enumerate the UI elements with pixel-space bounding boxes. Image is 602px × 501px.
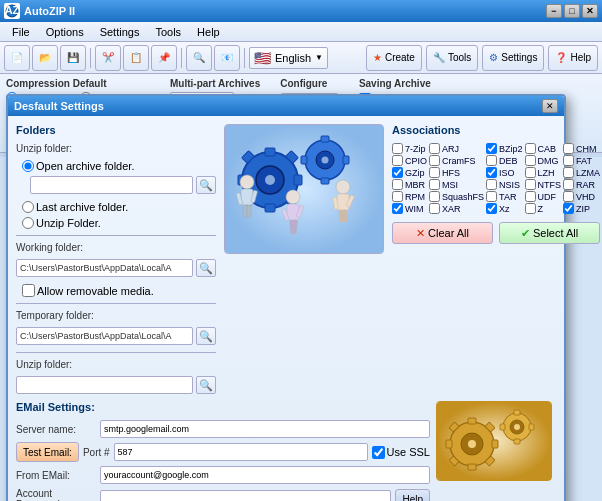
assoc-check-7-zip[interactable] xyxy=(392,143,403,154)
menu-settings[interactable]: Settings xyxy=(92,24,148,40)
assoc-check-udf[interactable] xyxy=(525,191,536,202)
unzip-bottom-input[interactable] xyxy=(16,376,193,394)
assoc-check-cramfs[interactable] xyxy=(429,155,440,166)
assoc-check-iso[interactable] xyxy=(486,167,497,178)
assoc-check-tar[interactable] xyxy=(486,191,497,202)
assoc-check-squashfs[interactable] xyxy=(429,191,440,202)
menu-options[interactable]: Options xyxy=(38,24,92,40)
assoc-check-zip[interactable] xyxy=(563,203,574,214)
assoc-label-ntfs: NTFS xyxy=(538,180,562,190)
open-archive-input[interactable] xyxy=(30,176,193,194)
dialog-titlebar: Desfault Settings ✕ xyxy=(8,96,564,116)
email-button[interactable]: 📧 xyxy=(214,45,240,71)
paste-button[interactable]: 📌 xyxy=(151,45,177,71)
divider-1 xyxy=(16,235,216,236)
assoc-item: VHD xyxy=(563,191,600,202)
assoc-check-bzip2[interactable] xyxy=(486,143,497,154)
assoc-item: TAR xyxy=(486,191,523,202)
working-path-input[interactable] xyxy=(16,259,193,277)
assoc-check-lzh[interactable] xyxy=(525,167,536,178)
unzip-folder-label: Unzip folder: xyxy=(16,143,216,154)
assoc-check-cpio[interactable] xyxy=(392,155,403,166)
assoc-check-mbr[interactable] xyxy=(392,179,403,190)
assoc-check-wim[interactable] xyxy=(392,203,403,214)
search-button[interactable]: 🔍 xyxy=(186,45,212,71)
save-button[interactable]: 💾 xyxy=(60,45,86,71)
help-button[interactable]: ❓ Help xyxy=(548,45,598,71)
assoc-check-lzma[interactable] xyxy=(563,167,574,178)
menu-tools[interactable]: Tools xyxy=(147,24,189,40)
maximize-button[interactable]: □ xyxy=(564,4,580,18)
assoc-item: NSIS xyxy=(486,179,523,190)
svg-rect-28 xyxy=(301,156,307,164)
assoc-check-ntfs[interactable] xyxy=(525,179,536,190)
assoc-check-nsis[interactable] xyxy=(486,179,497,190)
menu-file[interactable]: File xyxy=(4,24,38,40)
ssl-checkbox[interactable] xyxy=(372,446,385,459)
copy-button[interactable]: 📋 xyxy=(123,45,149,71)
temp-path-input[interactable] xyxy=(16,327,193,345)
port-input[interactable] xyxy=(114,443,368,461)
working-browse[interactable]: 🔍 xyxy=(196,259,216,277)
assoc-label-rar: RAR xyxy=(576,180,595,190)
svg-point-24 xyxy=(322,157,329,164)
assoc-check-z[interactable] xyxy=(525,203,536,214)
assoc-item: Z xyxy=(525,203,562,214)
app-title: AutoZIP II xyxy=(24,5,75,17)
assoc-check-rar[interactable] xyxy=(563,179,574,190)
assoc-check-xar[interactable] xyxy=(429,203,440,214)
assoc-check-rpm[interactable] xyxy=(392,191,403,202)
select-all-button[interactable]: ✔ Select All xyxy=(499,222,600,244)
settings-icon: ⚙ xyxy=(489,52,498,63)
create-button[interactable]: ★ Create xyxy=(366,45,422,71)
settings-button[interactable]: ⚙ Settings xyxy=(482,45,544,71)
assoc-check-hfs[interactable] xyxy=(429,167,440,178)
test-email-button[interactable]: Test Email: xyxy=(16,442,79,462)
password-input[interactable] xyxy=(100,490,391,501)
assoc-check-dmg[interactable] xyxy=(525,155,536,166)
check-allow-removable[interactable] xyxy=(22,284,35,297)
flag-icon: 🇺🇸 xyxy=(254,50,271,66)
assoc-check-vhd[interactable] xyxy=(563,191,574,202)
open-archive-browse[interactable]: 🔍 xyxy=(196,176,216,194)
from-email-input[interactable] xyxy=(100,466,430,484)
dialog-close-button[interactable]: ✕ xyxy=(542,99,558,113)
radio-unzip-folder[interactable] xyxy=(22,217,34,229)
assoc-check-chm[interactable] xyxy=(563,143,574,154)
toolbar-separator-2 xyxy=(181,48,182,68)
assoc-label-wim: WIM xyxy=(405,204,424,214)
assoc-label-7-zip: 7-Zip xyxy=(405,144,426,154)
tools-button[interactable]: 🔧 Tools xyxy=(426,45,478,71)
radio-open-archive[interactable] xyxy=(22,160,34,172)
radio-last-archive[interactable] xyxy=(22,201,34,213)
label-open-archive: Open archive folder. xyxy=(36,160,134,172)
new-button[interactable]: 📄 xyxy=(4,45,30,71)
assoc-item: MSI xyxy=(429,179,484,190)
assoc-check-gzip[interactable] xyxy=(392,167,403,178)
minimize-button[interactable]: − xyxy=(546,4,562,18)
assoc-label-hfs: HFS xyxy=(442,168,460,178)
assoc-check-xz[interactable] xyxy=(486,203,497,214)
unzip-bottom-browse[interactable]: 🔍 xyxy=(196,376,216,394)
svg-point-61 xyxy=(514,424,520,430)
svg-rect-65 xyxy=(500,424,505,430)
assoc-check-cab[interactable] xyxy=(525,143,536,154)
svg-point-35 xyxy=(286,190,300,204)
associations-buttons: ✕ Clear All ✔ Select All xyxy=(392,222,600,244)
assoc-check-arj[interactable] xyxy=(429,143,440,154)
open-button[interactable]: 📂 xyxy=(32,45,58,71)
close-button[interactable]: ✕ xyxy=(582,4,598,18)
assoc-check-msi[interactable] xyxy=(429,179,440,190)
clear-all-button[interactable]: ✕ Clear All xyxy=(392,222,493,244)
email-help-button[interactable]: Help xyxy=(395,489,430,501)
assoc-item: UDF xyxy=(525,191,562,202)
language-selector[interactable]: 🇺🇸 English ▼ xyxy=(249,47,328,69)
temp-browse[interactable]: 🔍 xyxy=(196,327,216,345)
menu-help[interactable]: Help xyxy=(189,24,228,40)
assoc-label-msi: MSI xyxy=(442,180,458,190)
assoc-item: HFS xyxy=(429,167,484,178)
assoc-check-fat[interactable] xyxy=(563,155,574,166)
assoc-check-deb[interactable] xyxy=(486,155,497,166)
server-name-input[interactable] xyxy=(100,420,430,438)
cut-button[interactable]: ✂️ xyxy=(95,45,121,71)
